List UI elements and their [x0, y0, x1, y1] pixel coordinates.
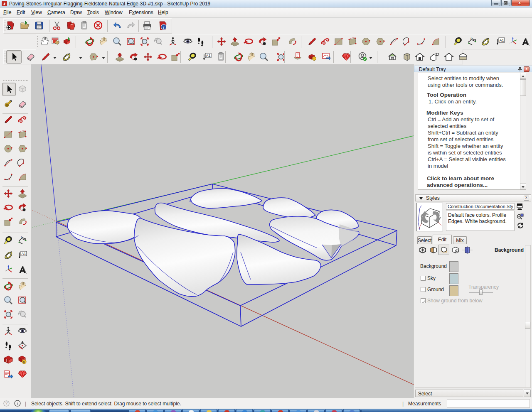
svg-text:A1: A1: [206, 54, 210, 58]
svg-text:i: i: [17, 401, 18, 406]
svg-text:b: b: [470, 37, 473, 40]
svg-text:A1: A1: [499, 38, 504, 42]
svg-text:A1: A1: [21, 252, 26, 256]
svg-text:b: b: [21, 235, 23, 239]
svg-text:?: ?: [5, 401, 8, 406]
svg-text:i: i: [163, 25, 165, 29]
